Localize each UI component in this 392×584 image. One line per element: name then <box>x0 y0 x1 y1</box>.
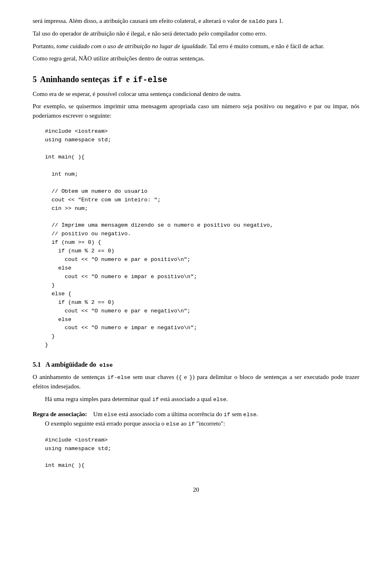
subsection-51-p1: O aninhamento de sentenças if-else sem u… <box>33 372 359 391</box>
association-rule-block: Regra de associação: Um else está associ… <box>33 410 359 429</box>
sub51-p1-start: O aninhamento de sentenças <box>33 374 107 380</box>
subsection-51-code: else <box>100 362 113 368</box>
rule-text-end: . <box>256 411 258 417</box>
page-number: 20 <box>33 486 359 493</box>
rule-p2-start: O exemplo seguinte está errado porque as… <box>45 420 166 427</box>
rule-code3: else <box>243 412 256 418</box>
sub51-p1-mid2: e <box>182 374 189 380</box>
section-5-body: Como era de se esperar, é possível coloc… <box>33 89 359 120</box>
p1-text: será impressa. Além disso, a atribuição … <box>33 18 249 24</box>
section-5-num: 5 <box>33 75 37 84</box>
sub51-p2-start: Há uma regra simples para determinar qua… <box>45 396 152 402</box>
rule-label: Regra de associação: <box>33 411 87 417</box>
section-5-p2: Por exemplo, se quisermos imprimir uma m… <box>33 102 359 120</box>
section-5-heading: 5 Aninhando senteças if e if-else <box>33 75 359 85</box>
rule-code1: else <box>104 412 117 418</box>
rule-text-start: Um <box>93 411 104 417</box>
rule-p2-end: "incorreto": <box>195 420 225 427</box>
rule-text-mid2: sem <box>230 411 243 417</box>
rule-code2: if <box>224 412 230 418</box>
sub51-p1-code: if-else <box>107 374 131 381</box>
subsection-51-num: 5.1 <box>33 361 41 368</box>
subsection-51-body: O aninhamento de sentenças if-else sem u… <box>33 372 359 404</box>
subsection-51-title: A ambigüidade do <box>45 361 96 368</box>
sub51-p2-code: if <box>152 397 159 403</box>
p1-end: para 1. <box>265 18 283 24</box>
sub51-p2-mid: está associado a qual <box>159 396 213 402</box>
subsection-51-p2: Há uma regra simples para determinar qua… <box>33 395 359 404</box>
rule-p2-code2: if <box>188 421 195 427</box>
paragraph-1: será impressa. Além disso, a atribuição … <box>33 16 359 63</box>
section-5-code1: if <box>113 75 123 85</box>
section-5-code2: e <box>126 75 130 84</box>
rule-p2-code: else <box>166 421 179 427</box>
code-block-2: #include <iostream> using namespace std;… <box>45 436 359 470</box>
p3-start: Portanto, <box>33 43 56 49</box>
section-5-intro: Como era de se esperar, é possível coloc… <box>33 89 359 99</box>
p3-end: Tal erro é muito comum, e não é fácil de… <box>208 43 325 49</box>
paragraph-3: Portanto, tome cuidado com o uso de atri… <box>33 42 359 51</box>
sub51-p1-mid: sem usar chaves ( <box>130 374 178 380</box>
p1-code: saldo <box>249 18 265 25</box>
p3-italic: tome cuidado com o uso de atribuição no … <box>56 43 207 49</box>
rule-line: Regra de associação: Um else está associ… <box>33 410 359 419</box>
section-5-code3: if-else <box>133 75 167 85</box>
sub51-p1-code3: } <box>189 374 192 381</box>
paragraph-4: Como regra geral, NÃO utilize atribuiçõe… <box>33 54 359 63</box>
page-content: será impressa. Além disso, a atribuição … <box>33 16 359 493</box>
subsection-51-heading: 5.1 A ambigüidade do else <box>33 361 359 368</box>
code-block-1: #include <iostream> using namespace std;… <box>45 127 359 350</box>
paragraph-2: Tal uso do operador de atribuição não é … <box>33 29 359 38</box>
rule-p2: O exemplo seguinte está errado porque as… <box>33 419 359 428</box>
rule-p2-mid: ao <box>179 420 188 427</box>
rule-text-mid: está associado com a última ocorrência d… <box>117 411 224 417</box>
sub51-p2-end: . <box>226 396 228 402</box>
section-5-title: Aninhando senteças <box>40 75 110 84</box>
sub51-p2-code2: else <box>213 397 226 403</box>
